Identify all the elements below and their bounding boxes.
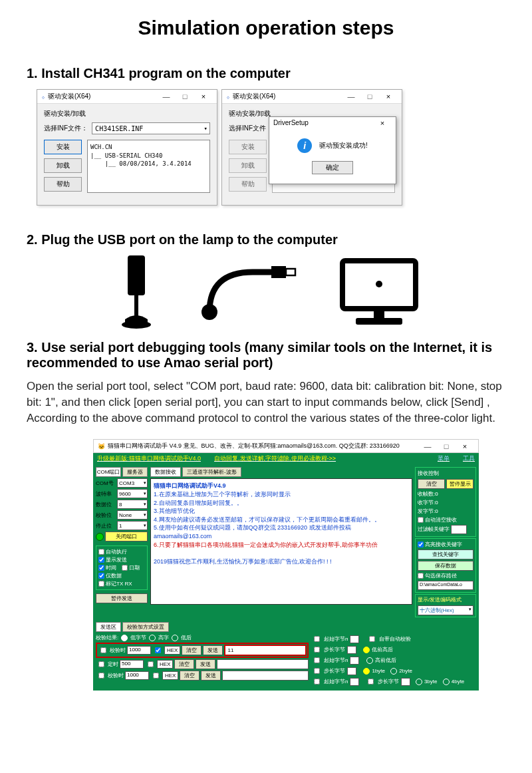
- close-button[interactable]: ×: [456, 442, 474, 450]
- check-startbyte1[interactable]: [314, 636, 320, 642]
- check-highlight[interactable]: 高亮接收关键字: [418, 541, 473, 548]
- uninstall-button[interactable]: 卸载: [229, 158, 267, 173]
- tab-checksum[interactable]: 校验加方式设置: [122, 622, 169, 632]
- check-autocrc[interactable]: [369, 636, 375, 642]
- hex1-label: HEX: [164, 646, 180, 655]
- radio-2byte[interactable]: [390, 668, 397, 675]
- inf-dropdown[interactable]: CH341SER.INF: [92, 122, 210, 134]
- step1-heading: 1. Install CH341 program on the computer: [27, 66, 505, 81]
- radio-lowbyte[interactable]: [121, 635, 128, 641]
- close-button[interactable]: ×: [379, 92, 398, 100]
- baud-select[interactable]: 9600: [117, 489, 148, 498]
- check-autoclear[interactable]: 自动清空接收: [418, 516, 473, 524]
- clear1-button[interactable]: 清空: [182, 645, 201, 655]
- check-startbyte2[interactable]: [314, 657, 320, 663]
- install-button[interactable]: 安装: [44, 140, 82, 154]
- check-timed1[interactable]: [100, 647, 106, 653]
- uninstall-button[interactable]: 卸载: [44, 158, 82, 173]
- send3-input[interactable]: [222, 671, 309, 681]
- maximize-button[interactable]: □: [176, 92, 194, 100]
- check-dataonly[interactable]: 仅数据: [98, 572, 145, 579]
- console-area[interactable]: 猫猫串口网络调试助手V4.9 1.在原来基础上增加为三个字符解析，波形同时显示 …: [150, 478, 412, 605]
- tab-wave[interactable]: 三通道字符解析-波形: [182, 467, 241, 477]
- check-time[interactable]: 时间 日期: [98, 564, 145, 571]
- tab-com[interactable]: COM端口: [96, 467, 121, 477]
- check-marktxrx[interactable]: 标记TX RX: [98, 580, 145, 587]
- find-keyword-button[interactable]: 查找关键字: [418, 549, 473, 559]
- stepbyte2-input[interactable]: [347, 667, 356, 675]
- send3-button[interactable]: 发送: [201, 671, 221, 681]
- svg-point-2: [122, 321, 151, 329]
- check-timed3[interactable]: [98, 673, 104, 679]
- stepbyte1-input[interactable]: [347, 646, 356, 654]
- startbyte1-input[interactable]: [350, 635, 359, 643]
- check-hex3[interactable]: [153, 673, 159, 679]
- radio-lowafter[interactable]: [172, 635, 178, 641]
- databit-select[interactable]: 8: [117, 500, 148, 509]
- pause-display-button[interactable]: 暂停显示: [446, 479, 473, 489]
- send-bytes: 发字节:0: [418, 508, 473, 515]
- parity-select[interactable]: None: [117, 510, 148, 520]
- time1-input[interactable]: 1000: [127, 646, 151, 655]
- com-select[interactable]: COM3: [117, 478, 148, 488]
- svg-rect-8: [374, 309, 384, 318]
- monitor-icon: [339, 257, 419, 331]
- radio-4byte[interactable]: [443, 679, 450, 685]
- check-savepath[interactable]: 勾选保存路径: [418, 572, 473, 579]
- minimize-button[interactable]: —: [418, 442, 437, 450]
- time3-input[interactable]: 1000: [125, 671, 149, 680]
- tab-server[interactable]: 服务器: [122, 467, 148, 477]
- help-button[interactable]: 帮助: [44, 177, 82, 192]
- popup-close-button[interactable]: ×: [373, 119, 392, 127]
- filter-kw-input[interactable]: [451, 525, 467, 534]
- radio-lowfront[interactable]: [363, 647, 370, 653]
- check-showsend[interactable]: 显示发送: [98, 556, 145, 563]
- radio-3byte[interactable]: [416, 679, 422, 685]
- stopbit-select[interactable]: 1: [117, 521, 148, 530]
- send1-button[interactable]: 发送: [203, 645, 223, 655]
- save-data-button[interactable]: 保存数据: [418, 561, 473, 571]
- send2-input[interactable]: [217, 659, 309, 669]
- time2-input[interactable]: 500: [120, 660, 144, 669]
- pause-send-button[interactable]: 暂停发送: [96, 593, 148, 603]
- tools-button[interactable]: 工具: [463, 454, 475, 463]
- minimize-button[interactable]: —: [157, 92, 176, 100]
- send2-button[interactable]: 发送: [196, 659, 215, 669]
- popup-ok-button[interactable]: 确定: [312, 161, 353, 174]
- startbyte3-input[interactable]: [350, 678, 359, 686]
- radio-1byte[interactable]: [363, 668, 370, 675]
- radio-highbyte[interactable]: [149, 635, 156, 641]
- save-path-field[interactable]: D:\amaoComDataLo: [418, 581, 473, 590]
- startbyte2-input[interactable]: [350, 657, 359, 665]
- check-stepbyte2[interactable]: [314, 668, 320, 674]
- clear2-button[interactable]: 清空: [174, 659, 194, 669]
- stepbyte3-input[interactable]: [401, 678, 410, 686]
- send1-input[interactable]: 11: [224, 645, 307, 656]
- close-port-button[interactable]: 关闭端口: [105, 532, 148, 541]
- close-button[interactable]: ×: [194, 92, 213, 100]
- radio-highfront[interactable]: [366, 657, 373, 664]
- check-stepbyte1[interactable]: [314, 647, 320, 653]
- upgrade-link[interactable]: 升级最新版:猫猫串口网络调试助手V4.0: [97, 454, 201, 463]
- help-button[interactable]: 帮助: [229, 177, 267, 192]
- tab-recv[interactable]: 数据接收: [150, 467, 181, 477]
- clear-button[interactable]: 清空: [418, 479, 445, 489]
- check-hex2[interactable]: [148, 661, 154, 667]
- check-autorun[interactable]: 自动执行: [98, 548, 145, 555]
- options-group: 自动执行 显示发送 时间 日期 仅数据 标记TX RX: [96, 545, 148, 590]
- encoding-select[interactable]: 十六进制(Hex): [418, 605, 473, 615]
- maximize-button[interactable]: □: [437, 442, 456, 450]
- clear3-button[interactable]: 清空: [180, 671, 200, 681]
- popup-message: 驱动预安装成功!: [319, 141, 368, 150]
- check-timed2[interactable]: [98, 661, 104, 667]
- encoding-label: 显示/发送编码格式: [418, 596, 473, 603]
- tab-sendarea[interactable]: 发送区: [96, 622, 121, 632]
- check-startbyte3[interactable]: [314, 679, 320, 685]
- install-button[interactable]: 安装: [229, 140, 267, 154]
- check-hex1[interactable]: [155, 647, 161, 653]
- maximize-button[interactable]: □: [360, 92, 379, 100]
- tutorial-link[interactable]: 自动回复,发送详解,字符滤除,使用必读教程->>: [214, 454, 336, 463]
- minimize-button[interactable]: —: [342, 92, 360, 100]
- check-stepbyte3[interactable]: [368, 679, 374, 685]
- menu-button[interactable]: 菜单: [438, 454, 450, 463]
